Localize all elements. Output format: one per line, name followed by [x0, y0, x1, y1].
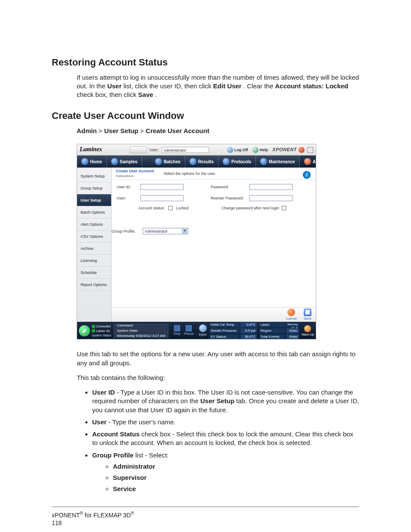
home-icon [81, 158, 88, 165]
tab-admin[interactable]: Admin [300, 156, 316, 168]
xponent-logo-text: XPONENT [272, 146, 297, 153]
form-create-user: User ID: User: Password: Reenter Passwor… [112, 180, 316, 307]
sidebar-item-user-setup[interactable]: User Setup [77, 194, 111, 206]
list-item: Account Status check box - Select this c… [92, 430, 359, 448]
warmup-label: Warm Up [302, 333, 314, 336]
toolbar-spacer [130, 146, 147, 153]
label-sheath: Sheath Pressure: [209, 328, 240, 333]
save-button[interactable]: Save [304, 308, 311, 321]
eject-button[interactable]: Eject [199, 324, 207, 337]
status-time: 8:27 AM [153, 334, 165, 339]
chevron-down-icon: ▾ [182, 229, 187, 233]
list-item: User - Type the user's name. [92, 418, 359, 426]
label-reenter: Reenter Password: [211, 196, 249, 201]
label-password: Password: [211, 184, 249, 190]
footer-page-number: 118 [52, 520, 62, 526]
stats-grid-1: Delta Cal Temp:0.0°C Sheath Pressure:6.5… [209, 322, 257, 339]
sidebar-item-csv-options[interactable]: CSV Options [77, 230, 111, 243]
sidebar-item-alert-options[interactable]: Alert Options [77, 218, 111, 230]
tab-maintenance[interactable]: Maintenance [256, 156, 300, 168]
label-total-ev: Total Events: [259, 334, 285, 339]
bc-admin: Admin [77, 127, 97, 134]
sidebar-item-licensing[interactable]: Licensing [77, 255, 111, 267]
admin-icon [304, 158, 311, 165]
stop-icon [174, 325, 180, 331]
input-user[interactable] [140, 195, 184, 201]
stats-grid-2: Laser:Warming Up, 4 min remain Region Ev… [259, 322, 299, 339]
tab-protocols-label: Protocols [231, 159, 251, 165]
cancel-button[interactable]: Cancel [286, 308, 297, 321]
maintenance-icon [260, 158, 267, 165]
input-password[interactable] [249, 184, 293, 190]
stop-button[interactable]: Stop [174, 325, 181, 336]
tab-samples[interactable]: Samples [107, 156, 142, 168]
status-bar: ✔ Connected CalVer Ok System Status Comm… [77, 322, 316, 339]
pause-button[interactable]: Pause [184, 325, 194, 336]
sub-super: Supervisor [113, 474, 146, 481]
stop-label: Stop [174, 332, 181, 336]
text: list, click the user ID, then click [123, 82, 213, 90]
logoff-icon [227, 147, 233, 153]
value-delta-cal: 0.0°C [240, 322, 257, 327]
status-connected: Connected [96, 324, 111, 328]
sidebar-item-system-setup[interactable]: System Setup [77, 170, 111, 182]
input-userid[interactable] [140, 184, 184, 190]
sidebar-item-batch-options[interactable]: Batch Options [77, 206, 111, 218]
tab-home[interactable]: Home [77, 156, 107, 168]
tab-batches-label: Batches [164, 159, 181, 165]
user-label: User: [149, 147, 159, 152]
bc-create: Create User Account [146, 127, 209, 134]
tab-protocols[interactable]: Protocols [218, 156, 256, 168]
help-icon [252, 147, 258, 153]
pause-icon [186, 325, 192, 331]
label-locked: Locked [176, 205, 189, 211]
breadcrumb: Admin > User Setup > Create User Account [77, 127, 359, 135]
sidebar-item-archive[interactable]: Archive [77, 243, 111, 255]
eject-label: Eject [199, 333, 207, 337]
text: check box, then click [77, 91, 138, 98]
eject-icon [199, 324, 207, 332]
cancel-icon [287, 308, 295, 316]
list-item: Group Profile list - Select: Administrat… [92, 451, 359, 494]
li-grp-t: list - Select: [135, 451, 169, 459]
sidebar-item-schedule[interactable]: Schedule [77, 267, 111, 279]
sidebar-item-group-setup[interactable]: Group Setup [77, 182, 111, 194]
reg-mark: ® [131, 511, 134, 516]
footer-for: for FLEXMAP 3D [85, 511, 131, 518]
text: . Clear the [243, 82, 275, 90]
sidebar-item-report-options[interactable]: Report Options [77, 279, 111, 291]
select-group-profile[interactable]: Administrator ▾ [143, 228, 188, 234]
warmup-button[interactable]: Warm Up [302, 325, 314, 336]
text-user: User [107, 82, 121, 90]
li-userid-tab: User Setup [200, 397, 234, 404]
heading-create: Create User Account Window [52, 109, 359, 122]
panel-title: Create User Account [116, 168, 154, 174]
label-delta-cal: Delta Cal Temp: [209, 322, 240, 327]
tab-results[interactable]: Results [185, 156, 218, 168]
footer-rule [52, 507, 359, 507]
para-use: Use this tab to set the options for a ne… [77, 350, 359, 367]
help-button[interactable]: Help [251, 147, 270, 153]
tab-admin-label: Admin [313, 159, 316, 165]
text-edit-user: Edit User [213, 82, 242, 90]
checkbox-locked[interactable] [168, 206, 173, 210]
logoff-button[interactable]: Log Off [225, 147, 250, 153]
window-restore-button[interactable] [307, 147, 313, 153]
label-group-profile: Group Profile: [112, 229, 138, 234]
samples-icon [111, 158, 118, 165]
sub-service: Service [113, 485, 136, 492]
save-label: Save [304, 317, 311, 321]
bullet-list: User ID - Type a User ID in this box. Th… [84, 388, 359, 494]
bc-usersetup: User Setup [104, 127, 138, 134]
li-user-t: - Type the user's name. [109, 418, 176, 426]
system-status-icon[interactable]: ✔ [79, 325, 90, 336]
pause-label: Pause [184, 332, 194, 336]
brand-luminex: Luminex [80, 146, 130, 154]
action-bar: Cancel Save [112, 307, 316, 322]
value-xy: 30.0°C [240, 334, 257, 339]
input-reenter-password[interactable] [249, 195, 293, 201]
xponent-logo-icon [299, 147, 305, 153]
tab-samples-label: Samples [120, 159, 137, 165]
tab-batches[interactable]: Batches [151, 156, 185, 168]
checkbox-change-password[interactable] [282, 206, 286, 210]
